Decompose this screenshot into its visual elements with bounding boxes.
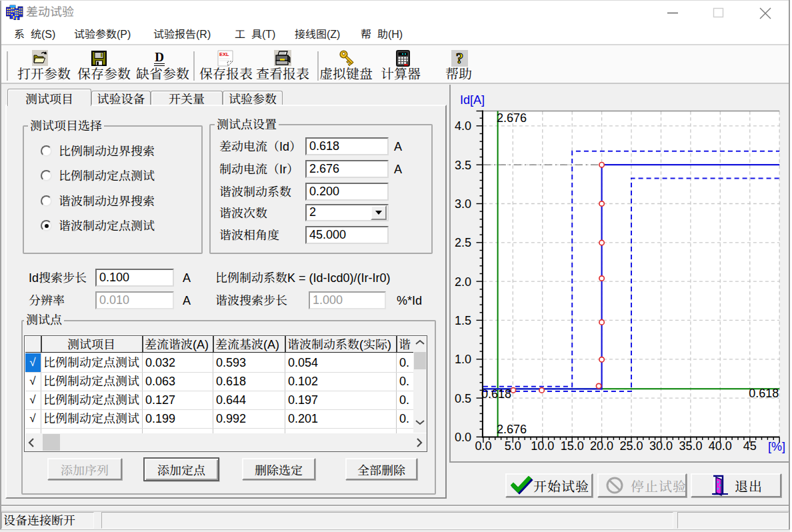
svg-text:2.676: 2.676 xyxy=(497,423,527,436)
svg-text:3.5: 3.5 xyxy=(455,159,471,172)
svg-text:0.0: 0.0 xyxy=(475,439,491,453)
svg-text:3.0: 3.0 xyxy=(455,197,471,211)
svg-text:45: 45 xyxy=(743,439,757,453)
svg-text:2.676: 2.676 xyxy=(497,111,527,125)
svg-text:4.0: 4.0 xyxy=(455,119,471,133)
svg-text:Id[A]: Id[A] xyxy=(460,93,485,107)
svg-text:35.0: 35.0 xyxy=(679,439,702,453)
svg-text:EXL: EXL xyxy=(219,51,229,57)
svg-text:1.5: 1.5 xyxy=(455,314,471,327)
svg-text:15.0: 15.0 xyxy=(561,439,584,453)
svg-text:25.0: 25.0 xyxy=(619,439,643,453)
svg-text:[%]: [%] xyxy=(768,440,785,453)
svg-text:20.0: 20.0 xyxy=(590,439,613,453)
svg-text:1.0: 1.0 xyxy=(455,353,471,366)
svg-text:5.0: 5.0 xyxy=(505,439,521,453)
svg-text:2.5: 2.5 xyxy=(455,236,471,249)
svg-text:0.5: 0.5 xyxy=(455,392,471,405)
svg-text:40.0: 40.0 xyxy=(709,439,732,453)
svg-text:2.0: 2.0 xyxy=(455,275,471,289)
svg-text:0.618: 0.618 xyxy=(481,387,511,401)
svg-text:0.618: 0.618 xyxy=(749,387,779,400)
svg-text:0.0: 0.0 xyxy=(455,431,471,444)
svg-text:30.0: 30.0 xyxy=(649,439,673,453)
svg-text:10.0: 10.0 xyxy=(531,439,554,453)
svg-text:?: ? xyxy=(456,50,464,67)
